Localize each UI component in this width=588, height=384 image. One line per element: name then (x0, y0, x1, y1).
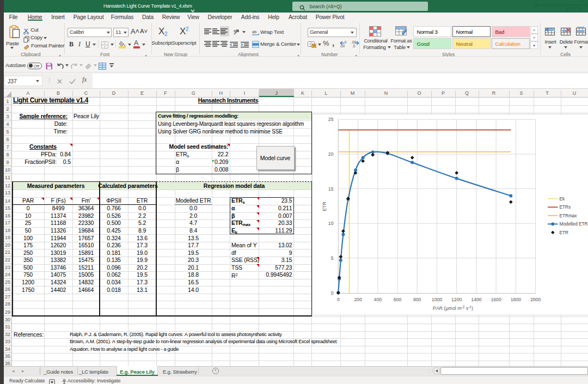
svg-text:PAR (µmol m-2 s-1): PAR (µmol m-2 s-1) (433, 305, 473, 312)
svg-text:0: 0 (331, 290, 334, 296)
svg-text:ETRmax: ETRmax (560, 214, 577, 218)
svg-text:.00: .00 (340, 44, 345, 48)
svg-text:0: 0 (337, 297, 340, 302)
svg-text:ETRs: ETRs (560, 205, 571, 210)
svg-text:600: 600 (394, 297, 402, 302)
svg-text:1600: 1600 (491, 297, 501, 302)
svg-text:ab: ab (234, 28, 238, 33)
svg-text:400: 400 (374, 297, 382, 302)
svg-text:Ek: Ek (560, 197, 565, 202)
svg-text:20: 20 (328, 151, 334, 157)
svg-text:200: 200 (354, 297, 362, 302)
svg-text:Modelled ETR: Modelled ETR (560, 222, 588, 227)
svg-text:1400: 1400 (471, 297, 481, 302)
svg-text:2000: 2000 (530, 297, 541, 302)
svg-text:.0: .0 (352, 44, 356, 48)
svg-text:ab: ab (252, 29, 256, 34)
svg-text:ETR: ETR (322, 202, 327, 211)
svg-text:25: 25 (328, 117, 334, 122)
svg-text:.00: .00 (351, 40, 356, 44)
svg-text:15: 15 (328, 186, 334, 192)
svg-text:5: 5 (331, 255, 334, 261)
svg-text:1000: 1000 (432, 297, 442, 302)
svg-text:ETR: ETR (560, 230, 568, 235)
svg-text:800: 800 (413, 297, 421, 302)
svg-text:1200: 1200 (451, 297, 462, 302)
svg-text:10: 10 (328, 221, 334, 226)
svg-text:.0: .0 (344, 40, 347, 44)
svg-text:1800: 1800 (511, 297, 521, 302)
